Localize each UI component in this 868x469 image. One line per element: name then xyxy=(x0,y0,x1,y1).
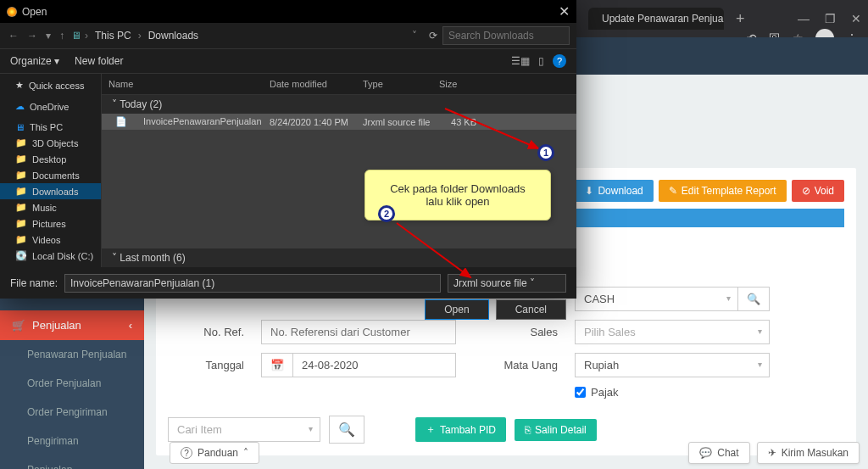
folder-icon: 📁 xyxy=(15,170,27,181)
file-date: 8/24/2020 1:40 PM xyxy=(263,117,356,127)
col-type[interactable]: Type xyxy=(356,77,432,91)
chrome-icon xyxy=(7,7,17,17)
chat-icon: 💬 xyxy=(699,447,712,459)
tree-this-pc[interactable]: 🖥This PC xyxy=(0,120,101,135)
help-icon[interactable]: ? xyxy=(553,54,566,68)
tree-desktop[interactable]: 📁Desktop xyxy=(0,151,101,167)
filename-label: File name: xyxy=(10,277,58,289)
tanggal-input[interactable]: 24-08-2020 xyxy=(292,353,456,377)
send-icon: ✈ xyxy=(768,447,776,459)
col-size[interactable]: Size xyxy=(432,77,483,91)
tambah-pid-button[interactable]: ＋Tambah PID xyxy=(415,417,506,442)
pc-icon: 🖥 xyxy=(71,30,81,42)
search-addon[interactable]: 🔍 xyxy=(738,287,770,311)
pc-icon: 🖥 xyxy=(15,122,25,132)
chat-bar: 💬 Chat ✈ Kirim Masukan xyxy=(688,442,860,464)
tambah-label: Tambah PID xyxy=(440,424,496,436)
maximize-icon[interactable]: ❐ xyxy=(825,12,836,25)
close-window-icon[interactable]: ✕ xyxy=(851,12,861,25)
sidebar-item-pengiriman[interactable]: Pengiriman xyxy=(0,427,144,455)
folder-icon: 📁 xyxy=(15,154,27,165)
panduan-button[interactable]: ? Panduan ˄ xyxy=(170,442,259,464)
nav-dropdown-icon[interactable]: ▾ xyxy=(44,28,53,43)
tree-3d-objects[interactable]: 📁3D Objects xyxy=(0,135,101,151)
mata-uang-select[interactable]: Rupiah xyxy=(575,353,770,377)
download-button[interactable]: ⬇Download xyxy=(575,180,653,202)
breadcrumb-this-pc[interactable]: This PC xyxy=(92,28,135,43)
sidebar-item-order-pengiriman[interactable]: Order Pengiriman xyxy=(0,398,144,427)
breadcrumb[interactable]: 🖥 › This PC › Downloads xyxy=(71,28,405,43)
cancel-button[interactable]: Cancel xyxy=(496,299,566,320)
disk-icon: 💽 xyxy=(15,250,27,261)
kirim-masukan-button[interactable]: ✈ Kirim Masukan xyxy=(757,442,860,464)
file-row-invoice[interactable]: 📄 InvoicePenawaranPenjualan (1) 8/24/202… xyxy=(102,114,576,130)
cari-item-select[interactable]: Cari Item xyxy=(168,417,320,442)
folder-icon: 📁 xyxy=(15,218,27,229)
sidebar-item-penjualan[interactable]: Penjualan xyxy=(0,455,144,469)
file-name: InvoicePenawaranPenjualan (1) xyxy=(136,116,263,126)
question-icon: ? xyxy=(181,447,192,459)
tree-onedrive[interactable]: ☁OneDrive xyxy=(0,98,101,114)
breadcrumb-dropdown-icon[interactable]: ˅ xyxy=(410,28,419,43)
new-tab-button[interactable]: + xyxy=(731,10,750,28)
tree-videos[interactable]: 📁Videos xyxy=(0,232,101,248)
calendar-icon[interactable]: 📅 xyxy=(261,353,292,377)
plus-icon: ＋ xyxy=(426,422,436,437)
col-name[interactable]: Name xyxy=(102,77,263,91)
folder-icon: 📁 xyxy=(15,137,27,148)
void-label: Void xyxy=(815,185,834,197)
nav-fwd-icon[interactable]: → xyxy=(25,28,39,43)
annotation-badge-2: 2 xyxy=(378,205,395,222)
tree-local-disk[interactable]: 💽Local Disk (C:) xyxy=(0,248,101,264)
search-input[interactable] xyxy=(442,26,570,45)
group-last-month[interactable]: ˅ Last month (6) xyxy=(102,248,576,267)
open-button[interactable]: Open xyxy=(425,299,488,320)
edit-label: Edit Template Report xyxy=(682,185,776,197)
sidebar-item-penawaran[interactable]: Penawaran Penjualan xyxy=(0,340,144,369)
breadcrumb-downloads[interactable]: Downloads xyxy=(145,28,202,43)
chevron-up-icon: ˄ xyxy=(243,447,248,459)
folder-icon: 📁 xyxy=(15,202,27,213)
col-date[interactable]: Date modified xyxy=(263,77,356,91)
folder-icon: 📁 xyxy=(15,186,27,197)
column-headers: Name Date modified Type Size xyxy=(102,74,576,95)
sales-label: Sales xyxy=(473,326,558,338)
search-item-button[interactable]: 🔍 xyxy=(329,416,364,444)
item-search-row: Cari Item 🔍 ＋Tambah PID ⎘Salin Detail xyxy=(168,416,844,444)
new-folder-button[interactable]: New folder xyxy=(75,55,123,67)
file-icon: 📄 xyxy=(108,116,134,126)
edit-template-button[interactable]: ✎Edit Template Report xyxy=(659,180,787,202)
view-icon[interactable]: ☰▦ xyxy=(511,55,530,67)
pajak-checkbox[interactable] xyxy=(575,387,586,398)
organize-menu[interactable]: Organize ▾ xyxy=(10,55,59,67)
mata-uang-label: Mata Uang xyxy=(473,359,558,371)
filename-input[interactable] xyxy=(64,274,441,293)
no-ref-label: No. Ref. xyxy=(168,326,244,338)
tab-title: Update Penawaran Penjualan xyxy=(602,13,724,25)
dialog-title: Open xyxy=(22,6,47,18)
dialog-nav: ← → ▾ ↑ 🖥 › This PC › Downloads ˅ ⟳ xyxy=(0,23,576,49)
file-filter-select[interactable]: Jrxml source file ˅ xyxy=(448,274,566,293)
group-today[interactable]: ˅ Today (2) xyxy=(102,95,576,114)
file-size: 43 KB xyxy=(432,117,483,127)
nav-up-icon[interactable]: ↑ xyxy=(58,28,66,43)
void-button[interactable]: ⊘Void xyxy=(792,180,844,202)
tree-pictures[interactable]: 📁Pictures xyxy=(0,215,101,232)
tree-documents[interactable]: 📁Documents xyxy=(0,167,101,183)
sales-select[interactable]: Pilih Sales xyxy=(575,320,770,344)
minimize-icon[interactable]: — xyxy=(798,12,810,25)
salin-detail-button[interactable]: ⎘Salin Detail xyxy=(515,419,597,441)
chat-button[interactable]: 💬 Chat xyxy=(688,442,749,464)
browser-tab[interactable]: Update Penawaran Penjualan × xyxy=(588,8,724,30)
refresh-icon[interactable]: ⟳ xyxy=(429,30,437,42)
tree-downloads[interactable]: 📁Downloads xyxy=(0,183,101,199)
cari-item-placeholder: Cari Item xyxy=(177,423,222,436)
nav-back-icon[interactable]: ← xyxy=(7,28,20,43)
cash-select[interactable]: CASH xyxy=(575,287,738,311)
sidebar-item-order-penjualan[interactable]: Order Penjualan xyxy=(0,369,144,398)
tree-music[interactable]: 📁Music xyxy=(0,199,101,215)
dialog-close-icon[interactable]: ✕ xyxy=(559,3,570,20)
copy-icon: ⎘ xyxy=(525,424,531,436)
tree-quick-access[interactable]: ★Quick access xyxy=(0,77,101,93)
preview-pane-icon[interactable]: ▯ xyxy=(538,55,544,67)
